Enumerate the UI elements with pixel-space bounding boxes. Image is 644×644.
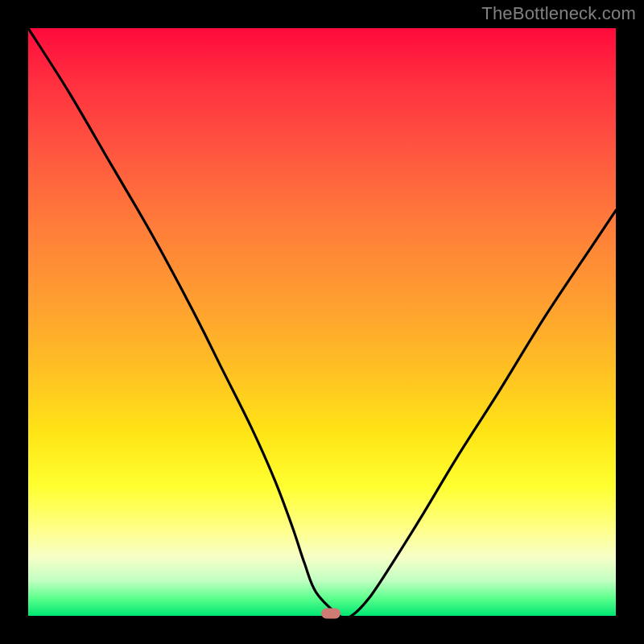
optimal-marker [321, 609, 341, 619]
plot-area [28, 28, 616, 616]
bottleneck-curve [28, 28, 616, 616]
watermark-text: TheBottleneck.com [481, 3, 636, 24]
chart-frame: TheBottleneck.com [0, 0, 644, 644]
